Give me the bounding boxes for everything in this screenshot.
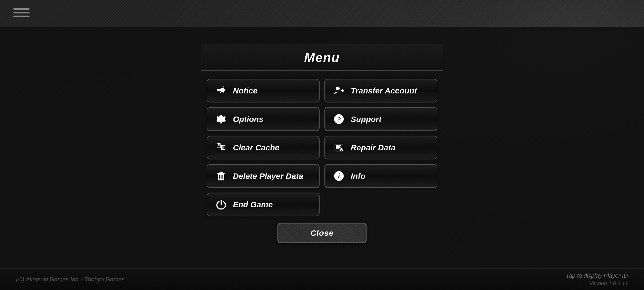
notice-button[interactable]: Notice (207, 79, 320, 103)
bottom-right-group: Tap to display Player ID Version 1.0.3.1… (566, 272, 628, 287)
info-icon: i (332, 170, 345, 183)
menu-title: Menu (201, 50, 443, 65)
transfer-account-button[interactable]: Transfer Account (324, 79, 437, 103)
clear-cache-icon (215, 141, 228, 154)
right-column: Transfer Account ? Support (324, 79, 437, 216)
svg-point-0 (223, 86, 224, 88)
svg-rect-17 (336, 146, 340, 147)
close-button[interactable]: Close (277, 223, 367, 243)
svg-rect-6 (217, 173, 225, 174)
close-label: Close (310, 229, 334, 237)
title-bar: Menu (201, 44, 443, 71)
svg-rect-16 (336, 145, 341, 146)
menu-dialog: Menu Notice (201, 44, 443, 246)
bottom-bar: (C) Akatsuki Games Inc. / Toobyo Games T… (0, 269, 644, 290)
gear-icon (215, 113, 228, 126)
transfer-account-label: Transfer Account (351, 86, 417, 95)
repair-data-button[interactable]: Repair Data (324, 136, 437, 160)
support-button[interactable]: ? Support (324, 107, 437, 131)
repair-icon (332, 141, 345, 154)
support-label: Support (351, 115, 382, 124)
options-button[interactable]: Options (207, 107, 320, 131)
options-label: Options (233, 115, 263, 124)
svg-rect-18 (336, 147, 341, 148)
hamburger-menu[interactable] (13, 8, 30, 17)
version-text: Version 1.0.3.11 (589, 280, 628, 287)
svg-rect-8 (219, 175, 220, 179)
power-icon (215, 198, 228, 211)
delete-player-data-label: Delete Player Data (233, 172, 303, 181)
hamburger-line-1 (13, 8, 30, 10)
left-column: Notice Options (207, 79, 320, 216)
svg-rect-4 (218, 146, 219, 146)
trash-icon (215, 170, 228, 183)
copyright-text: (C) Akatsuki Games Inc. / Toobyo Games (16, 276, 125, 283)
svg-rect-9 (221, 175, 222, 179)
clear-cache-button[interactable]: Clear Cache (207, 136, 320, 160)
info-label: Info (351, 172, 365, 181)
svg-text:?: ? (337, 116, 341, 123)
repair-data-label: Repair Data (351, 143, 396, 152)
close-row: Close (201, 223, 443, 246)
svg-point-11 (336, 87, 340, 90)
svg-rect-7 (219, 172, 223, 173)
transfer-icon (332, 84, 345, 97)
hamburger-line-3 (13, 16, 30, 17)
info-button[interactable]: i Info (324, 164, 437, 188)
end-game-label: End Game (233, 200, 273, 209)
notice-label: Notice (233, 86, 258, 95)
buttons-grid: Notice Options (201, 79, 443, 216)
end-game-button[interactable]: End Game (207, 193, 320, 216)
megaphone-icon (215, 84, 228, 97)
clear-cache-label: Clear Cache (233, 143, 279, 152)
tap-player-id[interactable]: Tap to display Player ID (566, 272, 628, 279)
svg-rect-19 (336, 148, 339, 149)
question-icon: ? (332, 113, 345, 126)
hamburger-line-2 (13, 12, 30, 13)
delete-player-data-button[interactable]: Delete Player Data (207, 164, 320, 188)
svg-rect-10 (222, 175, 223, 179)
svg-rect-3 (218, 144, 219, 145)
